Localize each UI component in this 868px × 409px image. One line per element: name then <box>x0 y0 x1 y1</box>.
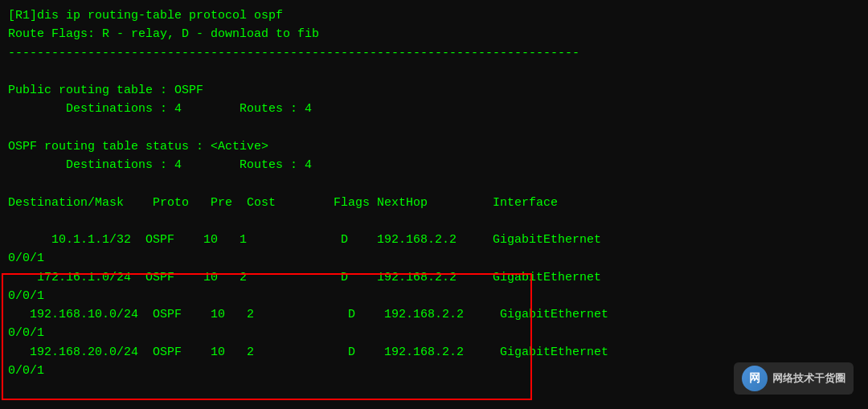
terminal-window: [R1]dis ip routing-table protocol ospf R… <box>0 0 868 409</box>
terminal-line-13: 10.1.1.1/32 OSPF 10 1 D 192.168.2.2 Giga… <box>8 231 860 249</box>
terminal-line-17: 192.168.10.0/24 OSPF 10 2 D 192.168.2.2 … <box>8 305 860 324</box>
terminal-line-12 <box>8 212 860 231</box>
terminal-line-2: Route Flags: R - relay, D - download to … <box>8 25 860 43</box>
terminal-line-14: 0/0/1 <box>8 249 860 268</box>
watermark-icon: 网 <box>742 366 768 391</box>
terminal-line-18: 0/0/1 <box>8 324 860 342</box>
terminal-line-19: 192.168.20.0/24 OSPF 10 2 D 192.168.2.2 … <box>8 343 860 362</box>
terminal-line-15: 172.16.1.0/24 OSPF 10 2 D 192.168.2.2 Gi… <box>8 268 860 287</box>
terminal-line-1: [R1]dis ip routing-table protocol ospf <box>8 6 860 25</box>
watermark-label: 网络技术干货圈 <box>772 370 845 387</box>
terminal-line-3: ----------------------------------------… <box>8 44 860 63</box>
terminal-line-11: Destination/Mask Proto Pre Cost Flags Ne… <box>8 194 860 212</box>
terminal-line-9: Destinations : 4 Routes : 4 <box>8 156 860 174</box>
terminal-line-6: Destinations : 4 Routes : 4 <box>8 100 860 118</box>
terminal-line-20: 0/0/1 <box>8 362 860 380</box>
terminal-line-8: OSPF routing table status : <Active> <box>8 137 860 156</box>
watermark: 网 网络技术干货圈 <box>734 362 854 395</box>
terminal-line-7 <box>8 119 860 137</box>
terminal-line-5: Public routing table : OSPF <box>8 81 860 100</box>
terminal-line-10 <box>8 174 860 193</box>
terminal-line-4 <box>8 63 860 81</box>
watermark-icon-text: 网 <box>749 370 760 387</box>
terminal-line-16: 0/0/1 <box>8 287 860 305</box>
